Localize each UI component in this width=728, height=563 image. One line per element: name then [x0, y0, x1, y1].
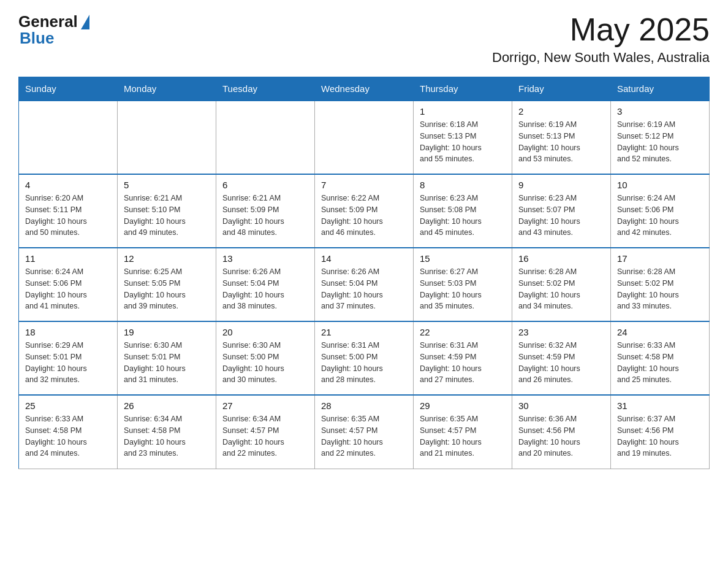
calendar-cell: 1Sunrise: 6:18 AM Sunset: 5:13 PM Daylig… — [414, 101, 512, 174]
day-number: 12 — [124, 253, 210, 264]
day-info: Sunrise: 6:25 AM Sunset: 5:05 PM Dayligh… — [124, 266, 210, 312]
calendar-cell: 9Sunrise: 6:23 AM Sunset: 5:07 PM Daylig… — [512, 174, 611, 248]
day-info: Sunrise: 6:29 AM Sunset: 5:01 PM Dayligh… — [25, 340, 111, 386]
calendar-cell: 8Sunrise: 6:23 AM Sunset: 5:08 PM Daylig… — [414, 174, 512, 248]
day-number: 29 — [420, 400, 506, 411]
day-number: 27 — [222, 400, 308, 411]
day-header-sunday: Sunday — [19, 77, 118, 101]
day-number: 22 — [420, 327, 506, 337]
week-row-3: 11Sunrise: 6:24 AM Sunset: 5:06 PM Dayli… — [19, 248, 710, 321]
day-number: 15 — [420, 253, 506, 264]
day-number: 23 — [518, 327, 604, 337]
day-info: Sunrise: 6:28 AM Sunset: 5:02 PM Dayligh… — [617, 266, 703, 312]
calendar-cell — [216, 101, 315, 174]
day-info: Sunrise: 6:24 AM Sunset: 5:06 PM Dayligh… — [25, 266, 111, 312]
calendar-cell: 5Sunrise: 6:21 AM Sunset: 5:10 PM Daylig… — [118, 174, 216, 248]
calendar-cell: 15Sunrise: 6:27 AM Sunset: 5:03 PM Dayli… — [414, 248, 512, 321]
day-info: Sunrise: 6:28 AM Sunset: 5:02 PM Dayligh… — [518, 266, 604, 312]
day-info: Sunrise: 6:19 AM Sunset: 5:12 PM Dayligh… — [617, 119, 703, 165]
day-number: 28 — [321, 400, 407, 411]
day-number: 4 — [25, 180, 111, 190]
day-number: 9 — [518, 180, 604, 190]
day-info: Sunrise: 6:27 AM Sunset: 5:03 PM Dayligh… — [420, 266, 506, 312]
calendar-cell: 13Sunrise: 6:26 AM Sunset: 5:04 PM Dayli… — [216, 248, 315, 321]
calendar-cell: 17Sunrise: 6:28 AM Sunset: 5:02 PM Dayli… — [611, 248, 710, 321]
day-number: 10 — [617, 180, 703, 190]
day-header-thursday: Thursday — [414, 77, 512, 101]
logo-blue-text: Blue — [20, 29, 54, 47]
month-title: May 2025 — [492, 12, 710, 47]
day-number: 14 — [321, 253, 407, 264]
calendar-cell: 19Sunrise: 6:30 AM Sunset: 5:01 PM Dayli… — [118, 321, 216, 395]
day-header-monday: Monday — [118, 77, 216, 101]
day-number: 25 — [25, 400, 111, 411]
day-info: Sunrise: 6:34 AM Sunset: 4:58 PM Dayligh… — [124, 413, 210, 459]
day-info: Sunrise: 6:26 AM Sunset: 5:04 PM Dayligh… — [222, 266, 308, 312]
calendar-cell: 21Sunrise: 6:31 AM Sunset: 5:00 PM Dayli… — [315, 321, 414, 395]
calendar-cell: 22Sunrise: 6:31 AM Sunset: 4:59 PM Dayli… — [414, 321, 512, 395]
week-row-4: 18Sunrise: 6:29 AM Sunset: 5:01 PM Dayli… — [19, 321, 710, 395]
calendar-cell: 3Sunrise: 6:19 AM Sunset: 5:12 PM Daylig… — [611, 101, 710, 174]
day-header-friday: Friday — [512, 77, 611, 101]
title-section: May 2025 Dorrigo, New South Wales, Austr… — [492, 12, 710, 66]
day-info: Sunrise: 6:23 AM Sunset: 5:07 PM Dayligh… — [518, 193, 604, 239]
page-header: General Blue May 2025 Dorrigo, New South… — [18, 12, 710, 66]
day-info: Sunrise: 6:23 AM Sunset: 5:08 PM Dayligh… — [420, 193, 506, 239]
day-info: Sunrise: 6:20 AM Sunset: 5:11 PM Dayligh… — [25, 193, 111, 239]
day-info: Sunrise: 6:26 AM Sunset: 5:04 PM Dayligh… — [321, 266, 407, 312]
calendar-cell: 29Sunrise: 6:35 AM Sunset: 4:57 PM Dayli… — [414, 395, 512, 469]
day-info: Sunrise: 6:36 AM Sunset: 4:56 PM Dayligh… — [518, 413, 604, 459]
day-number: 30 — [518, 400, 604, 411]
calendar-cell: 18Sunrise: 6:29 AM Sunset: 5:01 PM Dayli… — [19, 321, 118, 395]
calendar-cell: 6Sunrise: 6:21 AM Sunset: 5:09 PM Daylig… — [216, 174, 315, 248]
calendar-cell: 4Sunrise: 6:20 AM Sunset: 5:11 PM Daylig… — [19, 174, 118, 248]
calendar-cell: 16Sunrise: 6:28 AM Sunset: 5:02 PM Dayli… — [512, 248, 611, 321]
day-info: Sunrise: 6:22 AM Sunset: 5:09 PM Dayligh… — [321, 193, 407, 239]
day-header-tuesday: Tuesday — [216, 77, 315, 101]
calendar-cell: 14Sunrise: 6:26 AM Sunset: 5:04 PM Dayli… — [315, 248, 414, 321]
day-number: 11 — [25, 253, 111, 264]
day-info: Sunrise: 6:21 AM Sunset: 5:09 PM Dayligh… — [222, 193, 308, 239]
day-info: Sunrise: 6:19 AM Sunset: 5:13 PM Dayligh… — [518, 119, 604, 165]
logo-triangle-icon — [81, 15, 89, 29]
week-row-1: 1Sunrise: 6:18 AM Sunset: 5:13 PM Daylig… — [19, 101, 710, 174]
day-number: 24 — [617, 327, 703, 337]
logo: General Blue — [18, 12, 91, 48]
day-info: Sunrise: 6:18 AM Sunset: 5:13 PM Dayligh… — [420, 119, 506, 165]
day-number: 19 — [124, 327, 210, 337]
calendar-cell — [118, 101, 216, 174]
day-number: 2 — [518, 106, 604, 117]
calendar-cell: 30Sunrise: 6:36 AM Sunset: 4:56 PM Dayli… — [512, 395, 611, 469]
day-info: Sunrise: 6:37 AM Sunset: 4:56 PM Dayligh… — [617, 413, 703, 459]
calendar-cell: 20Sunrise: 6:30 AM Sunset: 5:00 PM Dayli… — [216, 321, 315, 395]
calendar-cell: 25Sunrise: 6:33 AM Sunset: 4:58 PM Dayli… — [19, 395, 118, 469]
day-number: 1 — [420, 106, 506, 117]
calendar-cell: 23Sunrise: 6:32 AM Sunset: 4:59 PM Dayli… — [512, 321, 611, 395]
week-row-2: 4Sunrise: 6:20 AM Sunset: 5:11 PM Daylig… — [19, 174, 710, 248]
day-number: 5 — [124, 180, 210, 190]
day-number: 17 — [617, 253, 703, 264]
day-number: 31 — [617, 400, 703, 411]
day-info: Sunrise: 6:24 AM Sunset: 5:06 PM Dayligh… — [617, 193, 703, 239]
calendar-cell: 28Sunrise: 6:35 AM Sunset: 4:57 PM Dayli… — [315, 395, 414, 469]
calendar-cell — [19, 101, 118, 174]
location-title: Dorrigo, New South Wales, Australia — [492, 50, 710, 66]
day-info: Sunrise: 6:30 AM Sunset: 5:01 PM Dayligh… — [124, 340, 210, 386]
calendar-cell: 24Sunrise: 6:33 AM Sunset: 4:58 PM Dayli… — [611, 321, 710, 395]
day-info: Sunrise: 6:35 AM Sunset: 4:57 PM Dayligh… — [420, 413, 506, 459]
day-info: Sunrise: 6:21 AM Sunset: 5:10 PM Dayligh… — [124, 193, 210, 239]
day-info: Sunrise: 6:35 AM Sunset: 4:57 PM Dayligh… — [321, 413, 407, 459]
day-info: Sunrise: 6:30 AM Sunset: 5:00 PM Dayligh… — [222, 340, 308, 386]
calendar-cell: 27Sunrise: 6:34 AM Sunset: 4:57 PM Dayli… — [216, 395, 315, 469]
calendar-cell: 26Sunrise: 6:34 AM Sunset: 4:58 PM Dayli… — [118, 395, 216, 469]
calendar-cell: 7Sunrise: 6:22 AM Sunset: 5:09 PM Daylig… — [315, 174, 414, 248]
day-number: 26 — [124, 400, 210, 411]
days-header-row: SundayMondayTuesdayWednesdayThursdayFrid… — [19, 77, 710, 101]
calendar-cell: 2Sunrise: 6:19 AM Sunset: 5:13 PM Daylig… — [512, 101, 611, 174]
day-number: 6 — [222, 180, 308, 190]
day-number: 7 — [321, 180, 407, 190]
day-header-saturday: Saturday — [611, 77, 710, 101]
calendar-cell — [315, 101, 414, 174]
day-number: 8 — [420, 180, 506, 190]
day-number: 20 — [222, 327, 308, 337]
